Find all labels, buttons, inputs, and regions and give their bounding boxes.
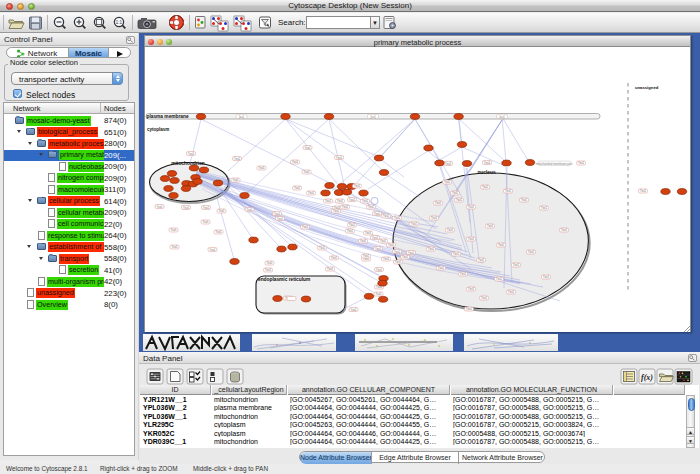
svg-text:Yxx1: Yxx1 (508, 290, 514, 294)
svg-text:Yxx1: Yxx1 (304, 170, 310, 174)
svg-text:Yxx1: Yxx1 (428, 247, 434, 251)
svg-text:Yxx1: Yxx1 (452, 191, 458, 195)
svg-text:Yxx1: Yxx1 (333, 209, 339, 213)
svg-text:Yxx1: Yxx1 (234, 157, 240, 161)
svg-text:mitochondrial membrane part: mitochondrial membrane part (536, 162, 573, 166)
svg-text:Yxx1: Yxx1 (362, 199, 368, 203)
svg-text:Yxx1: Yxx1 (277, 217, 283, 221)
svg-text:Yxx1: Yxx1 (578, 161, 584, 165)
svg-text:Yxx1: Yxx1 (453, 252, 459, 256)
svg-text:Yxx1: Yxx1 (445, 162, 451, 166)
svg-text:Yxx1: Yxx1 (203, 206, 209, 210)
svg-text:Yxx1: Yxx1 (308, 191, 314, 195)
svg-text:Yxx1: Yxx1 (481, 296, 487, 300)
svg-text:Yxx1: Yxx1 (561, 228, 567, 232)
svg-text:Yxx1: Yxx1 (466, 307, 472, 311)
svg-text:Yxx1: Yxx1 (292, 160, 298, 164)
svg-text:Yxx1: Yxx1 (325, 199, 331, 203)
svg-text:Yxx1: Yxx1 (172, 245, 178, 249)
svg-text:Yxx1: Yxx1 (302, 225, 308, 229)
svg-text:Yxx1: Yxx1 (383, 214, 389, 218)
svg-text:Yxx1: Yxx1 (435, 201, 441, 205)
svg-text:1:1: 1:1 (116, 20, 123, 25)
svg-text:Yxx1: Yxx1 (219, 209, 225, 213)
svg-text:Yxx1: Yxx1 (157, 205, 163, 209)
svg-text:Yxx1: Yxx1 (349, 198, 355, 202)
svg-text:Yxx1: Yxx1 (368, 205, 374, 209)
svg-text:Yxx1: Yxx1 (505, 189, 511, 193)
svg-text:Yxx1: Yxx1 (376, 268, 382, 272)
svg-text:Yxx1: Yxx1 (360, 239, 366, 243)
svg-text:Yxx1: Yxx1 (478, 258, 484, 262)
svg-text:Yxx1: Yxx1 (183, 206, 189, 210)
svg-text:unassigned: unassigned (635, 85, 659, 90)
svg-text:Yxx1: Yxx1 (460, 272, 466, 276)
svg-text:Yxx1: Yxx1 (375, 247, 381, 251)
svg-text:Yxx1: Yxx1 (438, 266, 444, 270)
svg-text:Yxx1: Yxx1 (331, 256, 337, 260)
svg-text:Yxx1: Yxx1 (383, 257, 389, 261)
svg-text:f(x): f(x) (641, 373, 653, 382)
svg-text:Yxx1: Yxx1 (468, 287, 474, 291)
svg-text:Yxx1: Yxx1 (411, 222, 417, 226)
svg-text:Yxx1: Yxx1 (347, 229, 353, 233)
svg-text:mitochondrion: mitochondrion (171, 161, 205, 166)
svg-text:Yxx1: Yxx1 (363, 254, 369, 258)
svg-text:plasma membrane: plasma membrane (147, 114, 189, 119)
svg-text:Yxx1: Yxx1 (294, 186, 300, 190)
svg-text:Yxx1: Yxx1 (305, 146, 311, 150)
svg-text:Yxx1: Yxx1 (482, 185, 488, 189)
svg-text:Yxx1: Yxx1 (521, 198, 527, 202)
svg-text:Yxx1: Yxx1 (484, 161, 490, 165)
svg-text:Yxx1: Yxx1 (447, 228, 453, 232)
svg-text:Yxx1: Yxx1 (380, 239, 386, 243)
svg-text:Yxx1: Yxx1 (487, 224, 493, 228)
svg-text:Yxx1: Yxx1 (431, 216, 437, 220)
svg-text:Yxx1: Yxx1 (402, 255, 408, 259)
svg-text:Yxx1: Yxx1 (336, 156, 342, 160)
svg-text:Yxx1: Yxx1 (337, 199, 343, 203)
svg-text:Yxx1: Yxx1 (354, 184, 360, 188)
svg-text:Yxx1: Yxx1 (210, 248, 216, 252)
svg-text:Yxx1: Yxx1 (274, 212, 280, 216)
svg-text:[x,x]: [x,x] (371, 115, 376, 119)
svg-text:Yxx1: Yxx1 (342, 205, 348, 209)
svg-text:Yxx1: Yxx1 (513, 263, 519, 267)
svg-text:Yxx1: Yxx1 (259, 166, 265, 170)
svg-text:Yxx1: Yxx1 (351, 308, 357, 312)
svg-text:Yxx1: Yxx1 (640, 189, 646, 193)
svg-text:Yxx1: Yxx1 (543, 275, 549, 279)
svg-text:Yxx1: Yxx1 (496, 277, 502, 281)
svg-text:Yxx1: Yxx1 (388, 243, 394, 247)
svg-text:Yxx1: Yxx1 (376, 292, 382, 296)
svg-text:Yxx1: Yxx1 (456, 198, 462, 202)
svg-text:Yxx1: Yxx1 (327, 267, 333, 271)
svg-text:Yxx1: Yxx1 (319, 246, 325, 250)
svg-text:Yxx1: Yxx1 (265, 268, 271, 272)
svg-text:[x,x]: [x,x] (500, 115, 505, 119)
svg-text:Yxx1: Yxx1 (372, 236, 378, 240)
svg-text:Yxx1: Yxx1 (444, 180, 450, 184)
svg-text:cytoplasm: cytoplasm (147, 127, 169, 132)
svg-text:Yxx1: Yxx1 (468, 237, 474, 241)
svg-text:nucleus: nucleus (477, 170, 495, 175)
svg-text:Yxx1: Yxx1 (468, 205, 474, 209)
svg-text:Yxx1: Yxx1 (394, 216, 400, 220)
svg-text:Yxx1: Yxx1 (188, 152, 194, 156)
svg-text:Yxx1: Yxx1 (395, 260, 401, 264)
svg-text:Yxx1: Yxx1 (349, 223, 355, 227)
svg-text:[x,x]: [x,x] (239, 115, 244, 119)
svg-text:Yxx1: Yxx1 (247, 208, 253, 212)
svg-text:Yxx1: Yxx1 (216, 230, 222, 234)
svg-text:Yxx1: Yxx1 (374, 212, 380, 216)
svg-text:Yxx1: Yxx1 (498, 243, 504, 247)
svg-text:Yxx1: Yxx1 (528, 250, 534, 254)
svg-text:Yxx1: Yxx1 (233, 178, 239, 182)
svg-text:Yxx1: Yxx1 (203, 220, 209, 224)
svg-text:Yxx1: Yxx1 (267, 261, 273, 265)
svg-text:Yxx1: Yxx1 (408, 251, 414, 255)
svg-text:Yxx1: Yxx1 (394, 250, 400, 254)
svg-text:Yxx1: Yxx1 (365, 231, 371, 235)
svg-text:Yxx1: Yxx1 (171, 228, 177, 232)
svg-text:Yxx1: Yxx1 (541, 206, 547, 210)
